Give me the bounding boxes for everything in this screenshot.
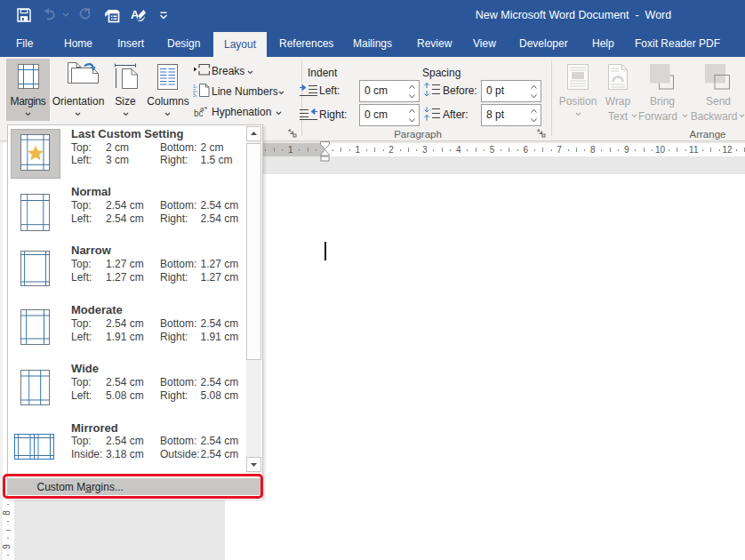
svg-text:3: 3 (193, 92, 196, 97)
svg-text:a: a (200, 105, 204, 113)
